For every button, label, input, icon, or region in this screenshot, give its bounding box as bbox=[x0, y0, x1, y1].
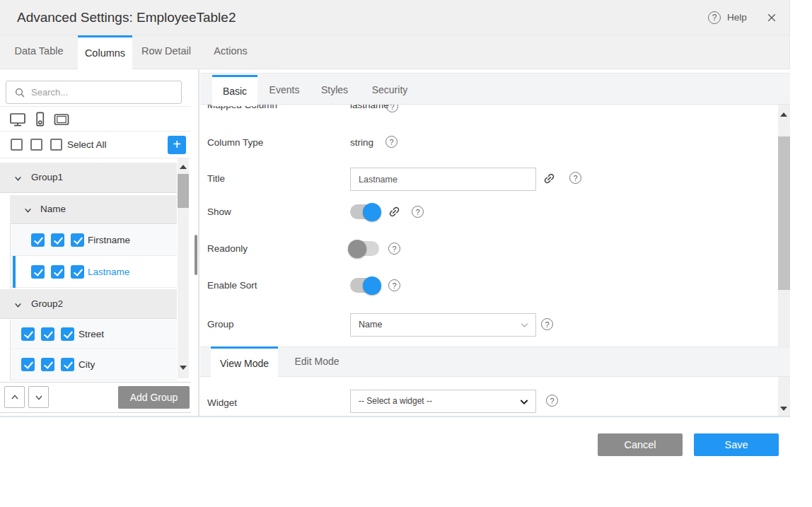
select-all-desktop-checkbox[interactable] bbox=[11, 139, 23, 151]
select-all-mobile-checkbox[interactable] bbox=[30, 139, 42, 151]
lastname-mobile-checkbox[interactable] bbox=[51, 265, 64, 279]
link-icon[interactable] bbox=[543, 172, 556, 188]
city-mobile-checkbox[interactable] bbox=[41, 358, 54, 371]
enable-sort-toggle[interactable] bbox=[350, 278, 379, 293]
lastname-desktop-checkbox[interactable] bbox=[31, 265, 45, 279]
scroll-up-icon[interactable] bbox=[780, 112, 787, 117]
title-label: Title bbox=[207, 173, 225, 184]
tab-events[interactable]: Events bbox=[265, 75, 303, 105]
street-desktop-checkbox[interactable] bbox=[21, 327, 35, 341]
firstname-mobile-checkbox[interactable] bbox=[51, 233, 64, 247]
panel-divider bbox=[198, 69, 199, 417]
link-icon[interactable] bbox=[388, 205, 401, 221]
help-icon[interactable] bbox=[708, 11, 721, 24]
tree-name-header[interactable]: Name bbox=[10, 195, 177, 224]
column-type-help-icon[interactable] bbox=[385, 136, 398, 148]
advanced-settings-dialog: Advanced Settings: EmployeeTable2 Help D… bbox=[0, 0, 812, 507]
tree-item-city[interactable]: City bbox=[11, 350, 177, 380]
lastname-tablet-checkbox[interactable] bbox=[71, 265, 84, 279]
group-select[interactable]: Name bbox=[350, 313, 536, 337]
group-label: Group bbox=[207, 319, 234, 330]
sidebar-select-all-row: Select All + bbox=[0, 132, 191, 158]
tab-security[interactable]: Security bbox=[368, 75, 412, 105]
tab-row-detail[interactable]: Row Detail bbox=[132, 35, 200, 69]
chevron-down-icon[interactable] bbox=[13, 173, 23, 186]
scroll-down-icon[interactable] bbox=[180, 366, 187, 370]
widget-help-icon[interactable] bbox=[546, 395, 558, 407]
dialog-title: Advanced Settings: EmployeeTable2 bbox=[17, 0, 236, 35]
sidebar-footer: Add Group bbox=[0, 382, 191, 413]
tree-group2-header[interactable]: Group2 bbox=[0, 289, 177, 319]
close-icon[interactable] bbox=[766, 12, 777, 23]
enable-sort-help-icon[interactable] bbox=[388, 279, 400, 291]
tree-item-street[interactable]: Street bbox=[11, 320, 177, 349]
column-type-value: string bbox=[350, 137, 373, 148]
select-all-tablet-checkbox[interactable] bbox=[50, 139, 62, 151]
chevron-down-icon[interactable] bbox=[23, 205, 33, 218]
street-tablet-checkbox[interactable] bbox=[61, 327, 74, 341]
street-mobile-checkbox[interactable] bbox=[41, 327, 54, 341]
search-input[interactable] bbox=[31, 82, 176, 103]
search-box bbox=[6, 81, 182, 104]
readonly-toggle[interactable] bbox=[350, 241, 379, 256]
scroll-up-icon[interactable] bbox=[180, 165, 187, 169]
add-column-button[interactable]: + bbox=[168, 136, 186, 154]
save-button[interactable]: Save bbox=[694, 433, 779, 456]
chevron-down-icon bbox=[518, 396, 530, 407]
widget-label: Widget bbox=[207, 397, 237, 408]
dialog-body-bottom-border bbox=[0, 416, 790, 417]
desktop-icon[interactable] bbox=[9, 111, 26, 131]
show-label: Show bbox=[207, 206, 231, 217]
tab-edit-mode[interactable]: Edit Mode bbox=[289, 346, 345, 377]
mobile-icon[interactable] bbox=[32, 111, 48, 130]
tab-data-table[interactable]: Data Table bbox=[0, 35, 78, 69]
tree-item-label: Firstname bbox=[88, 235, 130, 245]
enable-sort-label: Enable Sort bbox=[207, 280, 257, 291]
add-group-button[interactable]: Add Group bbox=[118, 386, 190, 409]
dialog-header: Advanced Settings: EmployeeTable2 Help bbox=[0, 0, 790, 35]
main-scrollbar-thumb[interactable] bbox=[778, 136, 790, 290]
help-button[interactable]: Help bbox=[727, 0, 747, 35]
select-all-label: Select All bbox=[67, 132, 107, 158]
firstname-tablet-checkbox[interactable] bbox=[71, 233, 84, 247]
tree-item-label: City bbox=[79, 359, 95, 370]
group-help-icon[interactable] bbox=[541, 318, 553, 330]
chevron-down-icon[interactable] bbox=[13, 300, 23, 313]
tablet-icon[interactable] bbox=[53, 111, 70, 131]
main-tab-bar: Data Table Columns Row Detail Actions bbox=[0, 35, 790, 69]
column-type-label: Column Type bbox=[207, 137, 263, 148]
firstname-desktop-checkbox[interactable] bbox=[31, 233, 45, 247]
show-help-icon[interactable] bbox=[412, 206, 424, 218]
sidebar-search-row bbox=[0, 69, 191, 107]
sidebar-device-row bbox=[0, 107, 191, 132]
tab-basic[interactable]: Basic bbox=[212, 75, 257, 106]
tree-item-firstname[interactable]: Firstname bbox=[11, 225, 177, 256]
sidebar-scrollbar-thumb[interactable] bbox=[178, 174, 189, 208]
show-toggle[interactable] bbox=[350, 204, 379, 219]
move-up-button[interactable] bbox=[4, 386, 25, 408]
tab-styles[interactable]: Styles bbox=[317, 75, 352, 105]
widget-select[interactable]: -- Select a widget -- bbox=[350, 390, 536, 413]
title-help-icon[interactable] bbox=[569, 172, 581, 184]
city-desktop-checkbox[interactable] bbox=[21, 358, 35, 371]
chevron-down-icon bbox=[519, 320, 530, 330]
tree-group2-label: Group2 bbox=[31, 298, 63, 309]
scroll-down-icon[interactable] bbox=[780, 407, 787, 411]
tree-item-label: Street bbox=[79, 329, 104, 339]
cancel-button[interactable]: Cancel bbox=[598, 433, 683, 456]
selected-item-indicator bbox=[13, 256, 16, 288]
city-tablet-checkbox[interactable] bbox=[61, 358, 74, 371]
tab-view-mode[interactable]: View Mode bbox=[211, 346, 278, 379]
tree-item-label-selected: Lastname bbox=[88, 267, 129, 277]
tab-columns[interactable]: Columns bbox=[78, 35, 132, 69]
divider-scrollbar-thumb[interactable] bbox=[195, 235, 197, 275]
tree-group1-header[interactable]: Group1 bbox=[0, 163, 177, 193]
tree-group1-label: Group1 bbox=[31, 172, 63, 182]
search-icon bbox=[14, 87, 25, 98]
move-down-button[interactable] bbox=[28, 386, 49, 408]
title-input[interactable] bbox=[350, 168, 536, 191]
tab-actions[interactable]: Actions bbox=[200, 35, 261, 69]
readonly-help-icon[interactable] bbox=[388, 243, 400, 255]
tree-item-lastname[interactable]: Lastname bbox=[11, 256, 177, 288]
widget-select-value: -- Select a widget -- bbox=[359, 390, 432, 412]
